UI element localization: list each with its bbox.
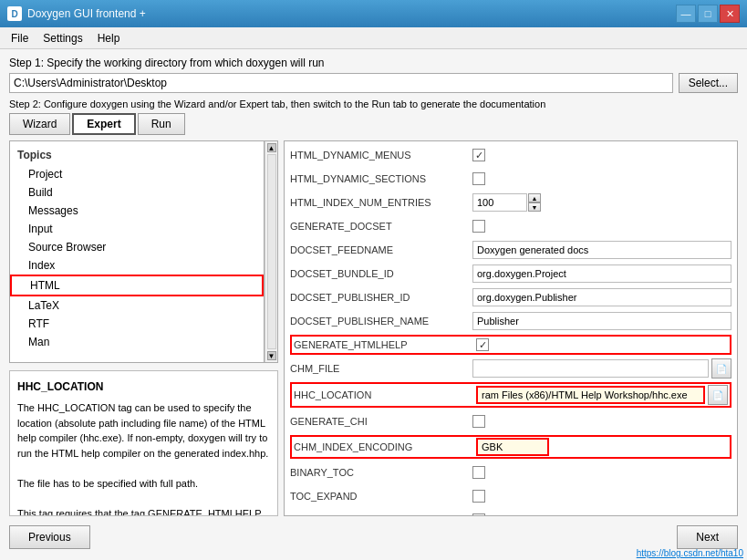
topic-source-browser[interactable]: Source Browser [10,238,264,256]
next-button[interactable]: Next [677,525,738,549]
config-row-toc-expand: TOC_EXPAND [290,486,731,506]
topics-panel: Topics Project Build Messages Input Sour… [10,141,265,362]
checkbox-generate-htmlhelp[interactable] [476,338,489,351]
topic-project[interactable]: Project [10,165,264,183]
menu-help[interactable]: Help [90,29,128,47]
value-generate-htmlhelp [476,338,728,351]
step1-label: Step 1: Specify the working directory fr… [9,57,738,69]
scroll-down-btn[interactable]: ▼ [267,351,276,360]
topic-input[interactable]: Input [10,220,264,238]
config-row-docset-feedname: DOCSET_FEEDNAME [290,240,731,260]
spinner-up[interactable]: ▲ [528,193,541,202]
tab-wizard[interactable]: Wizard [9,113,70,135]
scroll-up-btn[interactable]: ▲ [267,143,276,152]
menu-file[interactable]: File [4,29,36,47]
input-docset-bundle-id[interactable] [472,264,731,283]
label-binary-toc: BINARY_TOC [290,467,472,478]
file-browse-chm[interactable]: 📄 [711,358,731,379]
previous-button[interactable]: Previous [9,525,90,549]
value-docset-publisher-id [472,288,731,306]
label-generate-docset: GENERATE_DOCSET [290,221,472,232]
topic-index[interactable]: Index [10,256,264,275]
spinner-html-index-num-entries: ▲ ▼ [528,193,541,212]
label-generate-htmlhelp: GENERATE_HTMLHELP [294,339,476,350]
minimize-button[interactable]: — [676,5,696,23]
checkbox-html-dynamic-sections[interactable] [472,172,485,185]
topic-man[interactable]: Man [10,333,264,351]
label-chm-file: CHM_FILE [290,363,472,374]
config-row-html-index-num-entries: HTML_INDEX_NUM_ENTRIES ▲ ▼ [290,192,731,213]
label-generate-chi: GENERATE_CHI [290,416,472,427]
value-docset-publisher-name [472,312,731,330]
navigation-buttons: Previous Next [9,522,738,553]
input-docset-publisher-name[interactable] [472,312,731,330]
label-html-dynamic-sections: HTML_DYNAMIC_SECTIONS [290,173,472,184]
scroll-track [267,154,276,349]
checkbox-generate-qhp[interactable] [472,513,485,515]
checkbox-toc-expand[interactable] [472,490,485,503]
app-title: Doxygen GUI frontend + [27,7,676,20]
topics-scrollbar[interactable]: ▲ ▼ [265,141,277,362]
label-hhc-location: HHC_LOCATION [294,389,476,400]
value-docset-feedname [472,241,731,259]
config-row-generate-chi: GENERATE_CHI [290,411,731,431]
input-hhc-location[interactable] [476,386,705,404]
label-docset-bundle-id: DOCSET_BUNDLE_ID [290,268,472,279]
tab-run[interactable]: Run [138,113,185,135]
close-button[interactable]: ✕ [720,5,740,23]
value-hhc-location: 📄 [476,385,728,405]
window-controls: — □ ✕ [676,5,740,23]
config-row-chm-index-encoding: CHM_INDEX_ENCODING [290,435,731,459]
window-content: Step 1: Specify the working directory fr… [0,49,747,560]
config-row-docset-publisher-name: DOCSET_PUBLISHER_NAME [290,311,731,331]
watermark: https://blog.csdn.net/hta10 [637,548,743,558]
config-row-html-dynamic-menus: HTML_DYNAMIC_MENUS [290,145,731,165]
app-icon: D [7,6,22,21]
value-chm-index-encoding [476,438,728,456]
menu-settings[interactable]: Settings [36,29,89,47]
input-chm-file[interactable] [472,359,709,378]
spinner-down[interactable]: ▼ [528,202,541,212]
value-html-index-num-entries: ▲ ▼ [472,193,731,212]
directory-row: Select... [9,73,738,93]
topic-build[interactable]: Build [10,183,264,202]
select-button[interactable]: Select... [679,73,738,93]
maximize-button[interactable]: □ [698,5,718,23]
input-docset-feedname[interactable] [472,241,731,259]
value-docset-bundle-id [472,264,731,283]
topic-html[interactable]: HTML [10,275,264,296]
label-generate-qhp: GENERATE_QHP [290,514,472,515]
input-html-index-num-entries[interactable] [472,193,527,212]
tab-expert[interactable]: Expert [72,113,135,135]
config-row-chm-file: CHM_FILE 📄 [290,358,731,379]
input-chm-index-encoding[interactable] [476,438,549,456]
value-html-dynamic-sections [472,172,731,185]
topics-container: Topics Project Build Messages Input Sour… [9,140,278,363]
titlebar: D Doxygen GUI frontend + — □ ✕ [0,0,747,27]
value-generate-chi [472,415,731,428]
menubar: File Settings Help [0,27,747,49]
topic-latex[interactable]: LaTeX [10,296,264,315]
topic-rtf[interactable]: RTF [10,315,264,333]
input-docset-publisher-id[interactable] [472,288,731,306]
checkbox-html-dynamic-menus[interactable] [472,149,485,161]
file-browse-hhc[interactable]: 📄 [708,385,728,405]
value-generate-qhp [472,513,731,515]
config-row-generate-qhp: GENERATE_QHP [290,510,731,515]
directory-input[interactable] [9,73,673,93]
value-generate-docset [472,220,731,233]
description-panel: HHC_LOCATION The HHC_LOCATION tag can be… [9,370,278,516]
step2-label: Step 2: Configure doxygen using the Wiza… [9,99,738,109]
label-chm-index-encoding: CHM_INDEX_ENCODING [294,441,476,452]
label-docset-publisher-id: DOCSET_PUBLISHER_ID [290,292,472,303]
config-scroll-area: HTML_DYNAMIC_MENUS HTML_DYNAMIC_SECTIONS… [285,141,737,515]
checkbox-generate-docset[interactable] [472,220,485,233]
config-row-html-dynamic-sections: HTML_DYNAMIC_SECTIONS [290,169,731,189]
config-row-generate-htmlhelp: GENERATE_HTMLHELP [290,335,731,355]
config-row-docset-publisher-id: DOCSET_PUBLISHER_ID [290,287,731,307]
checkbox-binary-toc[interactable] [472,466,485,479]
topic-messages[interactable]: Messages [10,202,264,220]
checkbox-generate-chi[interactable] [472,415,485,428]
label-html-dynamic-menus: HTML_DYNAMIC_MENUS [290,150,472,161]
topics-header: Topics [10,145,264,165]
